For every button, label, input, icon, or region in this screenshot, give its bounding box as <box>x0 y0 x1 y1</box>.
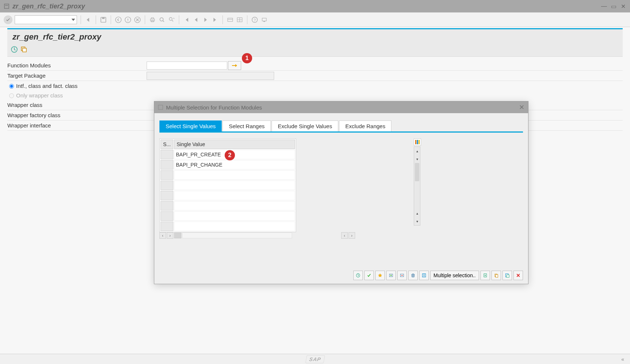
cancel-button[interactable] <box>513 271 523 280</box>
save-icon[interactable] <box>100 16 107 23</box>
variants-icon[interactable] <box>21 46 27 53</box>
value-cell[interactable]: BAPI_PR_CHANGE <box>174 160 295 170</box>
dialog-close-icon[interactable]: ✕ <box>519 103 524 111</box>
table-row <box>161 211 295 221</box>
insert-row-button[interactable] <box>386 271 396 280</box>
table-row <box>161 170 295 180</box>
new-session-icon[interactable] <box>226 16 234 23</box>
svg-point-11 <box>160 18 163 21</box>
execute-icon[interactable] <box>11 46 18 53</box>
separator <box>179 15 179 24</box>
back-icon[interactable] <box>85 16 92 23</box>
wrapper-factory-label: Wrapper factory class <box>7 112 147 118</box>
value-cell[interactable] <box>174 181 295 190</box>
value-cell[interactable] <box>174 170 295 180</box>
radio-wrapper-only-label: Only wrapper class <box>16 92 63 99</box>
check-button[interactable] <box>364 271 374 280</box>
next-page-icon[interactable] <box>202 16 209 23</box>
svg-rect-36 <box>507 275 509 278</box>
find-next-icon[interactable] <box>168 16 175 23</box>
table-row <box>161 191 295 200</box>
first-page-icon[interactable] <box>183 16 190 23</box>
configure-columns-icon[interactable] <box>414 138 421 146</box>
help-icon[interactable]: ? <box>251 16 258 23</box>
radio-all[interactable] <box>9 84 14 89</box>
window-title: zr_gen_rfc_tier2_proxy <box>12 3 601 10</box>
print-icon[interactable] <box>149 16 156 23</box>
row-selector[interactable] <box>161 211 173 221</box>
svg-rect-25 <box>419 140 420 144</box>
maximize-button[interactable]: ▭ <box>610 3 617 10</box>
svg-rect-24 <box>417 140 418 144</box>
svg-rect-30 <box>424 275 424 276</box>
separator <box>222 15 223 24</box>
svg-rect-9 <box>151 18 154 19</box>
settings-icon[interactable] <box>261 16 268 23</box>
execute-button[interactable] <box>353 271 363 280</box>
svg-rect-22 <box>158 105 163 109</box>
svg-rect-3 <box>102 17 105 19</box>
last-page-icon[interactable] <box>211 16 219 23</box>
target-package-input[interactable] <box>147 72 274 80</box>
value-cell[interactable] <box>174 211 295 221</box>
value-cell[interactable] <box>174 201 295 211</box>
dialog-body: Select Single Values Select Ranges Exclu… <box>154 113 528 242</box>
nav-exit-icon[interactable] <box>124 16 132 23</box>
find-icon[interactable] <box>158 16 166 23</box>
prev-page-icon[interactable] <box>192 16 200 23</box>
top-toolbar: ? <box>0 12 630 27</box>
minimize-button[interactable]: — <box>601 3 607 10</box>
value-cell[interactable] <box>174 191 295 200</box>
row-selector[interactable] <box>161 201 173 211</box>
target-package-label: Target Package <box>7 73 147 79</box>
clipboard-button[interactable] <box>491 271 501 280</box>
tab-exclude-ranges[interactable]: Exclude Ranges <box>339 120 391 131</box>
vertical-scrollbar[interactable]: ▴ ▾ ▴ ▾ <box>414 146 420 226</box>
radio-all-label: Intf., class and fact. class <box>16 83 78 89</box>
paste-button[interactable] <box>502 271 512 280</box>
multiple-selection-dialog: Multiple Selection for Function Modules … <box>154 101 528 284</box>
table-row <box>161 201 295 211</box>
function-modules-input[interactable] <box>147 62 227 70</box>
tabstrip: Select Single Values Select Ranges Exclu… <box>159 120 523 133</box>
status-expand-icon[interactable]: « <box>621 356 624 362</box>
svg-point-4 <box>115 17 121 23</box>
svg-point-12 <box>169 17 172 20</box>
radio-wrapper-only-row: Only wrapper class <box>7 90 623 100</box>
row-selector[interactable] <box>161 191 173 200</box>
radio-wrapper-only[interactable] <box>9 93 14 98</box>
tab-select-single[interactable]: Select Single Values <box>159 120 222 131</box>
separator <box>96 15 96 24</box>
row-selector[interactable] <box>161 222 173 231</box>
target-package-row: Target Package <box>7 71 623 81</box>
sub-toolbar <box>7 45 623 57</box>
window-icon <box>4 3 10 9</box>
table-row: BAPI_PR_CHANGE <box>161 160 295 170</box>
status-bar: SAP « <box>0 354 630 364</box>
command-field[interactable] <box>15 15 77 24</box>
select-options-button[interactable] <box>375 271 385 280</box>
row-selector[interactable] <box>161 170 173 180</box>
svg-rect-23 <box>415 140 416 144</box>
help-button[interactable] <box>419 271 429 280</box>
dialog-footer: Multiple selection.. <box>353 271 523 280</box>
tab-exclude-single[interactable]: Exclude Single Values <box>272 120 338 131</box>
nav-cancel-icon[interactable] <box>134 16 141 23</box>
close-button[interactable]: ✕ <box>620 3 626 10</box>
enter-icon[interactable] <box>4 15 12 24</box>
layout-icon[interactable] <box>236 16 243 23</box>
nav-back-icon[interactable] <box>115 16 122 23</box>
tab-select-ranges[interactable]: Select Ranges <box>222 120 271 131</box>
row-selector[interactable] <box>161 160 173 170</box>
value-cell[interactable] <box>174 222 295 231</box>
import-button[interactable] <box>480 271 490 280</box>
multiple-selection-button[interactable] <box>228 61 241 70</box>
delete-row-button[interactable] <box>397 271 407 280</box>
svg-rect-0 <box>4 4 9 8</box>
row-selector[interactable] <box>161 181 173 190</box>
separator <box>145 15 145 24</box>
delete-all-button[interactable] <box>408 271 418 280</box>
horizontal-scrollbar[interactable]: ‹ › ‹ › <box>159 232 355 239</box>
multiple-selection-text-button[interactable]: Multiple selection.. <box>430 271 479 280</box>
row-selector[interactable] <box>161 150 173 159</box>
